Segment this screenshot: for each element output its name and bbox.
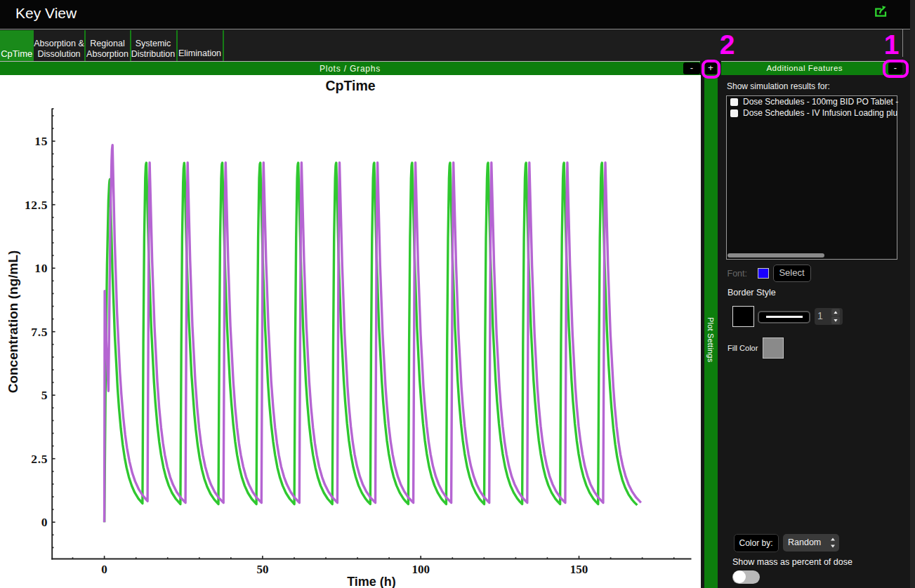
svg-text:10: 10: [34, 261, 48, 275]
svg-text:Time (h): Time (h): [347, 575, 396, 588]
svg-text:2.5: 2.5: [31, 452, 48, 466]
svg-text:150: 150: [570, 563, 588, 576]
svg-text:7.5: 7.5: [31, 325, 48, 339]
svg-text:50: 50: [256, 563, 268, 576]
svg-text:12.5: 12.5: [25, 198, 48, 212]
svg-text:0: 0: [41, 515, 48, 529]
svg-text:Concentration (ng/mL): Concentration (ng/mL): [6, 250, 20, 394]
svg-text:100: 100: [412, 563, 430, 576]
svg-text:0: 0: [101, 563, 107, 576]
svg-text:5: 5: [41, 388, 48, 402]
svg-text:15: 15: [34, 134, 48, 148]
svg-text:CpTime: CpTime: [325, 78, 375, 93]
